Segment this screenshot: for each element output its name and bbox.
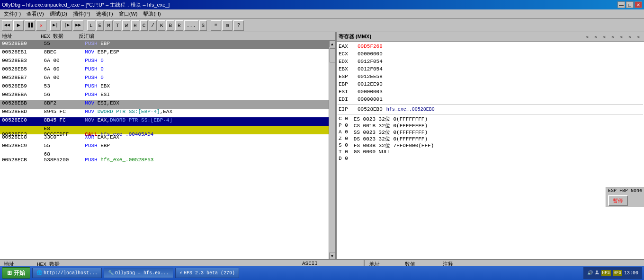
scroll-thumb[interactable] [330, 48, 335, 62]
tb-step-over[interactable]: |► [62, 20, 72, 31]
browser-icon: 🌐 [36, 270, 42, 276]
reg-nav-buttons: ＜ ＜ ＜ ＜ ＜ ＜ ＜ [583, 34, 642, 40]
close-button[interactable]: ✕ [635, 1, 642, 8]
disasm-col-asm: 反汇编 [77, 32, 329, 40]
table-row[interactable]: 00528EC0 8B45 FC MOV EAX,DWORD PTR SS:[E… [0, 117, 329, 126]
menu-file[interactable]: 文件(F) [1, 9, 24, 18]
reg-nav-7[interactable]: ＜ [635, 34, 642, 40]
esp-fbp-text: ESP FBP None [608, 188, 642, 193]
flag-t: T 0 GS 0000 NULL [338, 149, 643, 155]
table-row[interactable]: 00528EB7 6A 00 PUSH 0 [0, 75, 329, 83]
table-row[interactable]: 00528EB1 8BEC MOV EBP,ESP [0, 49, 329, 58]
ollydbg-label: OllyDbg – hfs.ex... [115, 271, 169, 276]
tb-layout[interactable]: ⊞ [222, 20, 233, 31]
tray-hfs1: HFS [601, 270, 611, 276]
main-content: 地址 HEX 数据 反汇编 00528EB0 55 PUSH EBP 00528… [0, 32, 644, 259]
tb-run[interactable]: ► [13, 20, 24, 31]
tb-E[interactable]: E [96, 20, 104, 31]
table-row[interactable]: 00528EB5 6A 00 PUSH 0 [0, 66, 329, 75]
table-row[interactable]: 00528EBA 56 PUSH ESI [0, 92, 329, 100]
tb-S[interactable]: S [199, 20, 207, 31]
tb-H[interactable]: H [131, 20, 139, 31]
tb-stop[interactable]: ✕ [36, 20, 46, 31]
reg-esi: ESI 00000003 [338, 88, 643, 96]
tb-dots[interactable]: ... [184, 20, 198, 31]
tb-B[interactable]: B [166, 20, 174, 31]
disasm-rows: 00528EB0 55 PUSH EBP 00528EB1 8BEC MOV E… [0, 41, 329, 259]
toolbar: ◄◄ ► ▐▐ ✕ ►| |► ►► L E M T W H C / K B R… [0, 19, 644, 32]
reg-ebx: EBX 0012F054 [338, 65, 643, 73]
reg-nav-2[interactable]: ＜ [592, 34, 599, 40]
tb-question[interactable]: ? [233, 20, 244, 31]
menu-bar: 文件(F) 查看(V) 调试(D) 插件(P) 选项(T) 窗口(W) 帮助(H… [0, 9, 644, 19]
scroll-up-btn[interactable]: ▲ [329, 41, 336, 47]
disasm-col-hex: HEX 数据 [39, 32, 77, 40]
tb-L[interactable]: L [87, 20, 95, 31]
taskbar-ollydbg[interactable]: 🔧 OllyDbg – hfs.ex... [104, 268, 173, 278]
table-row[interactable]: 00528EB9 53 PUSH EBX [0, 83, 329, 92]
table-row[interactable]: 00528EC8 33C0 XOR EAX,EAX [0, 134, 329, 143]
reg-eip: EIP 00528EB0 hfs_exe_.00528EB0 [338, 105, 643, 113]
table-row[interactable]: 00528EC9 55 PUSH EBP [0, 143, 329, 151]
menu-help[interactable]: 帮助(H) [140, 9, 163, 18]
reg-title: 寄存器 (MMX) [339, 33, 371, 40]
ollydbg-icon: 🔧 [108, 270, 114, 276]
esp-fbp-indicator: ESP FBP None 暂停 [606, 187, 644, 207]
disasm-content: 00528EB0 55 PUSH EBP 00528EB1 8BEC MOV E… [0, 41, 335, 259]
scroll-down-btn[interactable]: ▼ [329, 253, 336, 259]
start-label: 开始 [14, 269, 25, 277]
start-button[interactable]: ⊞ 开始 [2, 267, 30, 279]
reg-nav-3[interactable]: ＜ [600, 34, 608, 40]
tray-time: 13:00 [624, 271, 638, 276]
menu-plugins[interactable]: 插件(P) [70, 9, 93, 18]
flag-d: D 0 [338, 155, 643, 162]
taskbar-browser[interactable]: 🌐 http://localhost... [32, 268, 102, 278]
flag-s: S 0 FS 003B 32位 7FFDF000(FFF) [338, 142, 643, 149]
tray-icon1: 🔊 [587, 270, 593, 276]
tb-C[interactable]: C [140, 20, 148, 31]
restore-button[interactable]: □ [626, 1, 634, 8]
start-icon: ⊞ [7, 270, 12, 276]
reg-divider [338, 104, 643, 105]
tb-K[interactable]: K [158, 20, 166, 31]
table-row[interactable]: 00528EBB 8BF2 MOV ESI,EDX [0, 100, 329, 109]
reg-header: 寄存器 (MMX) ＜ ＜ ＜ ＜ ＜ ＜ ＜ [337, 32, 644, 42]
reg-nav-1[interactable]: ＜ [583, 34, 591, 40]
tb-W[interactable]: W [122, 20, 130, 31]
reg-edi: EDI 00000001 [338, 96, 643, 103]
tb-fast-forward[interactable]: ►► [73, 20, 83, 31]
table-row[interactable]: 00528EB0 55 PUSH EBP [0, 41, 329, 49]
menu-view[interactable]: 查看(V) [24, 9, 47, 18]
menu-window[interactable]: 窗口(W) [116, 9, 141, 18]
reg-nav-6[interactable]: ＜ [626, 34, 634, 40]
title-text: OllyDbg – hfs.exe.unpacked_.exe – [*C.P.… [2, 1, 170, 9]
reg-panel: 寄存器 (MMX) ＜ ＜ ＜ ＜ ＜ ＜ ＜ EAX 00D5F268 ECX… [336, 32, 644, 259]
reg-nav-5[interactable]: ＜ [617, 34, 625, 40]
table-row[interactable]: 00528ECB 68 538F5200 PUSH hfs_exe_.00528… [0, 151, 329, 160]
tb-R[interactable]: R [175, 20, 183, 31]
taskbar-hfs[interactable]: ⚡ HFS 2.3 beta (279) [175, 268, 239, 278]
reg-nav-4[interactable]: ＜ [609, 34, 617, 40]
tb-grid[interactable]: ≡ [211, 20, 221, 31]
tb-step-into[interactable]: ►| [50, 20, 61, 31]
reg-ecx: ECX 00000000 [338, 50, 643, 58]
flag-z: Z 0 DS 0023 32位 0(FFFFFFFF) [338, 135, 643, 142]
table-row[interactable]: 00528EBD 8945 FC MOV DWORD PTR SS:[EBP-4… [0, 109, 329, 117]
reg-esp: ESP 0012EE58 [338, 73, 643, 80]
menu-debug[interactable]: 调试(D) [47, 9, 70, 18]
hfs-icon: ⚡ [179, 270, 182, 276]
disasm-col-addr: 地址 [0, 32, 39, 40]
hfs-label: HFS 2.3 beta (279) [184, 271, 235, 276]
tb-M[interactable]: M [105, 20, 113, 31]
minimize-button[interactable]: — [617, 1, 625, 8]
table-row[interactable]: 00528EC3 E8 0CCCEDFF CALL hfs_exe_.00405… [0, 126, 329, 134]
table-row[interactable]: 00528EB3 6A 00 PUSH 0 [0, 58, 329, 66]
pause-button[interactable]: 暂停 [608, 195, 628, 206]
reg-edx: EDX 0012F054 [338, 58, 643, 65]
disasm-scrollbar[interactable]: ▲ ▼ [329, 41, 335, 259]
menu-options[interactable]: 选项(T) [93, 9, 116, 18]
tb-slash[interactable]: / [149, 20, 157, 31]
tb-rewind[interactable]: ◄◄ [2, 20, 12, 31]
tb-pause[interactable]: ▐▐ [25, 20, 35, 31]
tb-T[interactable]: T [114, 20, 122, 31]
